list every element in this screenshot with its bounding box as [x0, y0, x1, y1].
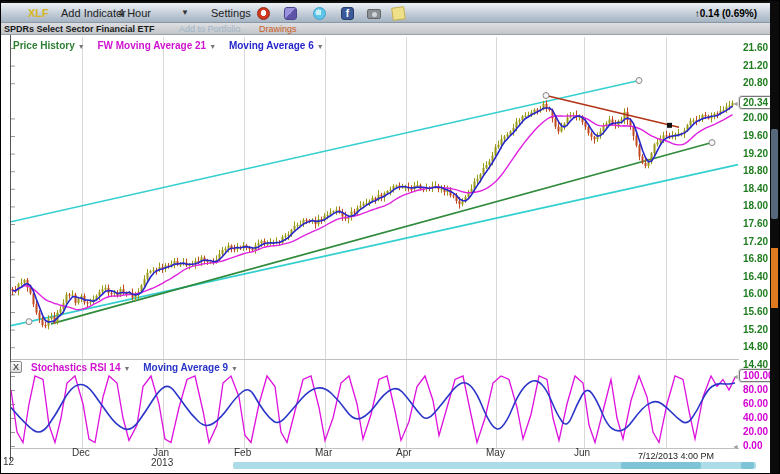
price-tick-label: 18.40 — [743, 183, 768, 194]
stoch-marker-arrow-icon: ◄ — [732, 443, 739, 450]
horizontal-scrollbar[interactable] — [233, 462, 756, 469]
price-tick-label: 19.60 — [743, 130, 768, 141]
month-label: Mar — [315, 447, 332, 458]
month-label: Jun — [574, 447, 590, 458]
month-label: May — [486, 447, 505, 458]
chevron-down-icon[interactable]: ▼ — [209, 43, 216, 50]
price-tick-label: 18.80 — [743, 165, 768, 176]
vertical-scrollbar[interactable] — [770, 1, 779, 474]
chevron-down-icon[interactable]: ▼ — [231, 365, 238, 372]
price-tick-label: 16.80 — [743, 253, 768, 264]
indicator-close-button[interactable]: X — [10, 361, 22, 373]
stoch-tick-label: 60.00 — [743, 398, 768, 409]
stoch-tick-label: 40.00 — [743, 412, 768, 423]
ma6-dropdown[interactable]: Moving Average 6 — [229, 40, 314, 51]
stochastics-dropdown[interactable]: Stochastics RSI 14 — [31, 362, 120, 373]
price-history-dropdown[interactable]: Price History — [13, 40, 75, 51]
price-tick-label: 17.60 — [743, 218, 768, 229]
stoch-tick-label: 0.00 — [743, 440, 762, 451]
scrollbar-segment[interactable] — [741, 462, 754, 469]
charting-app-window: XLF Add Indicator 4 Hour ▼ Settings f ↑0… — [0, 0, 780, 474]
scrollbar-segment[interactable] — [621, 462, 701, 469]
ma21-dropdown[interactable]: FW Moving Average 21 — [97, 40, 206, 51]
price-tick-label: 18.00 — [743, 200, 768, 211]
price-tick-label: 21.20 — [743, 60, 768, 71]
chevron-down-icon[interactable]: ▼ — [123, 365, 130, 372]
month-label: Dec — [72, 447, 90, 458]
current-price-box: 20.34 — [739, 96, 772, 109]
scrollbar-thumb[interactable] — [771, 129, 778, 219]
year-label: 2013 — [151, 457, 173, 468]
scrollbar-marker — [771, 248, 778, 308]
chart-canvas[interactable] — [1, 1, 780, 474]
price-marker-arrow-icon: ◄ — [732, 100, 739, 107]
price-tick-label: 15.60 — [743, 306, 768, 317]
price-tick-label: 21.60 — [743, 42, 768, 53]
main-pane-legend: Price History▼ FW Moving Average 21▼ Mov… — [13, 40, 324, 51]
stoch-tick-label: 80.00 — [743, 384, 768, 395]
month-label: Feb — [234, 447, 251, 458]
price-tick-label: 20.00 — [743, 112, 768, 123]
price-tick-label: 16.00 — [743, 288, 768, 299]
month-label: Apr — [396, 447, 412, 458]
price-tick-label: 20.80 — [743, 77, 768, 88]
stoch-tick-label: 20.00 — [743, 426, 768, 437]
stoch-marker-arrow-icon: ◄ — [732, 373, 739, 380]
ma9-dropdown[interactable]: Moving Average 9 — [143, 362, 228, 373]
price-tick-label: 17.20 — [743, 236, 768, 247]
year-label-left: 12 — [3, 456, 14, 467]
price-tick-label: 19.20 — [743, 148, 768, 159]
last-update-timestamp: 7/12/2013 4:00 PM — [638, 451, 714, 461]
indicator-pane-legend: Stochastics RSI 14▼ Moving Average 9▼ — [31, 362, 238, 373]
price-tick-label: 16.40 — [743, 271, 768, 282]
chevron-down-icon[interactable]: ▼ — [78, 43, 85, 50]
price-tick-label: 15.20 — [743, 324, 768, 335]
chevron-down-icon[interactable]: ▼ — [317, 43, 324, 50]
price-tick-label: 14.80 — [743, 341, 768, 352]
